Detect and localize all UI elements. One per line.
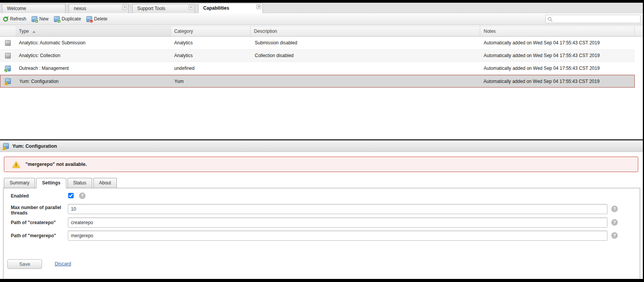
duplicate-button-label: Duplicate [62,16,81,22]
detail-tab-bar: Summary Settings Status About [4,178,117,188]
search-box[interactable] [545,15,641,23]
cell-category: Analytics [171,40,251,46]
delete-button[interactable]: − Delete [86,16,108,22]
mergerepo-input[interactable] [68,231,607,241]
capability-active-icon: ✓ [5,66,11,71]
column-header-notes[interactable]: Notes [480,26,635,36]
tab-about-label: About [99,180,111,186]
tab-status[interactable]: Status [67,178,92,188]
capability-warning-icon [5,78,11,84]
close-icon[interactable]: ✕ [256,4,261,9]
cell-notes: Automatically added on Wed Sep 04 17:55:… [480,53,635,58]
enabled-checkbox[interactable] [68,193,74,198]
tab-about[interactable]: About [93,178,117,188]
new-capability-icon: + [32,16,37,22]
tab-nexus[interactable]: nexus ✕ [69,4,129,13]
cell-type: Analytics: Collection [15,53,171,58]
cell-description: Collection disabled [251,53,480,58]
tab-support-tools-label: Support Tools [137,6,165,11]
threads-input[interactable] [68,204,607,214]
warning-message: "mergerepo" not available. [25,162,87,167]
createrepo-label: Path of "createrepo" [11,220,68,225]
warning-icon [12,161,20,168]
tab-capabilities-label: Capabilities [203,5,229,11]
help-icon[interactable]: ? [611,206,618,212]
capability-detail-panel: Yum: Configuration "mergerepo" not avail… [0,139,643,279]
sort-ascending-icon [32,31,35,33]
tab-support-tools[interactable]: Support Tools ✕ [132,4,195,13]
column-header-description-label: Description [254,29,277,34]
createrepo-input[interactable] [68,218,607,228]
cell-notes: Automatically added on Wed Sep 04 17:55:… [480,66,635,71]
column-header-spacer [635,26,643,36]
table-row[interactable]: Analytics: Collection Analytics Collecti… [0,49,635,62]
capabilities-grid: Analytics: Automatic Submission Analytic… [0,37,635,88]
warning-alert: "mergerepo" not available. [4,157,638,172]
help-icon[interactable]: ? [79,193,86,199]
column-header-category-label: Category [174,29,193,34]
help-icon[interactable]: ? [611,232,618,239]
table-row[interactable]: ✓ Outreach : Management undefined Automa… [0,62,635,75]
search-input[interactable] [552,15,640,22]
tab-capabilities[interactable]: Capabilities ✕ [198,3,263,13]
table-row[interactable]: Analytics: Automatic Submission Analytic… [0,37,635,49]
tab-settings-label: Settings [42,180,60,186]
delete-button-label: Delete [94,16,108,22]
duplicate-capability-icon: + [54,16,60,22]
new-button-label: New [39,16,49,22]
cell-notes: Automatically added on Wed Sep 04 17:55:… [480,40,635,46]
delete-capability-icon: − [86,16,92,22]
cell-type: Analytics: Automatic Submission [15,40,171,46]
tab-nexus-label: nexus [74,6,86,11]
duplicate-button[interactable]: + Duplicate [54,16,81,22]
close-icon[interactable]: ✕ [122,5,127,10]
mergerepo-label: Path of "mergerepo" [11,233,68,238]
nexus-application-window: Welcome nexus ✕ Support Tools ✕ Capabili… [0,3,643,279]
column-header-type[interactable]: Type [15,26,171,36]
cell-type: Outreach : Management [15,66,171,71]
cell-category: undefined [171,66,251,71]
save-button[interactable]: Save [7,259,42,269]
capability-disabled-icon [5,40,11,46]
capabilities-toolbar: Refresh + New + Duplicate − Delete [0,13,643,25]
cell-category: Analytics [171,53,251,58]
refresh-button-label: Refresh [10,16,26,22]
help-icon[interactable]: ? [611,219,618,226]
table-row-selected[interactable]: Yum: Configuration Yum Automatically add… [0,75,635,88]
tab-welcome[interactable]: Welcome [2,4,66,13]
cell-notes: Automatically added on Wed Sep 04 17:55:… [480,79,634,84]
tab-settings[interactable]: Settings [36,178,66,188]
settings-form: Enabled ? Max number of parallel threads… [3,188,640,279]
cell-type: Yum: Configuration [16,79,171,84]
column-header-icon [0,26,15,36]
tab-summary[interactable]: Summary [4,178,35,188]
close-icon[interactable]: ✕ [188,5,193,10]
threads-label: Max number of parallel threads [11,205,68,216]
tab-summary-label: Summary [10,180,29,186]
capability-disabled-icon [5,53,11,59]
search-icon [548,17,552,21]
column-header-description[interactable]: Description [251,26,480,36]
cell-category: Yum [171,79,251,84]
grid-header: Type Category Description Notes [0,26,643,37]
column-header-category[interactable]: Category [171,26,251,36]
discard-link[interactable]: Discard [55,261,71,267]
refresh-icon [3,17,8,22]
detail-panel-header: Yum: Configuration [0,140,643,152]
new-button[interactable]: + New [32,16,49,22]
capability-warning-icon [3,143,9,149]
main-tab-bar: Welcome nexus ✕ Support Tools ✕ Capabili… [0,3,643,13]
column-header-type-label: Type [19,29,29,34]
detail-panel-title: Yum: Configuration [12,144,57,149]
enabled-label: Enabled [11,193,68,199]
tab-status-label: Status [73,180,86,186]
tab-welcome-label: Welcome [7,6,26,11]
refresh-button[interactable]: Refresh [3,16,26,22]
cell-description: Submission disabled [251,40,480,46]
column-header-notes-label: Notes [484,29,496,34]
